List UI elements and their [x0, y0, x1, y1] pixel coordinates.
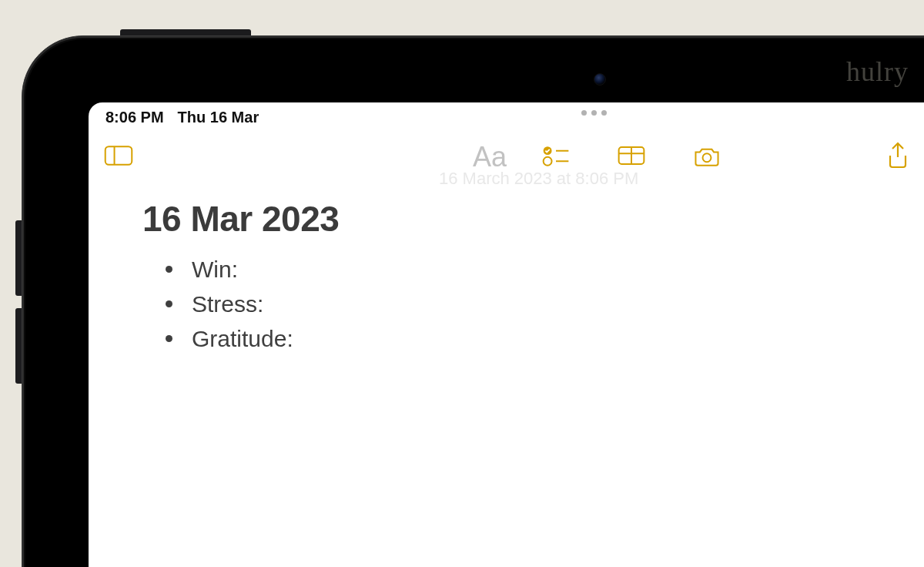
sidebar-icon [103, 140, 134, 174]
ipad-frame: 8:06 PM Thu 16 Mar 16 March 2023 at 8:06… [22, 35, 924, 567]
share-icon [882, 140, 913, 174]
status-bar: 8:06 PM Thu 16 Mar [89, 102, 924, 132]
device-volume-up-button [15, 220, 22, 296]
window-menu-dots[interactable] [581, 110, 607, 116]
toggle-sidebar-button[interactable] [98, 140, 139, 174]
front-camera [594, 73, 606, 86]
svg-point-9 [703, 153, 711, 162]
format-text-button[interactable]: Aa [469, 140, 511, 174]
list-item: Win: [166, 252, 900, 287]
watermark-text: hulry [846, 55, 909, 88]
note-body[interactable]: 16 Mar 2023 Win: Stress: Gratitude: [89, 183, 924, 356]
table-icon [616, 140, 647, 174]
insert-table-button[interactable] [611, 140, 652, 174]
notes-toolbar: Aa [89, 132, 924, 183]
screen: 8:06 PM Thu 16 Mar 16 March 2023 at 8:06… [89, 102, 924, 567]
checklist-button[interactable] [535, 140, 577, 174]
share-button[interactable] [877, 140, 919, 174]
insert-photo-button[interactable] [686, 140, 728, 174]
status-time: 8:06 PM [105, 109, 164, 126]
note-title: 16 Mar 2023 [142, 198, 900, 240]
list-item: Stress: [166, 287, 900, 321]
camera-icon [691, 140, 722, 174]
checklist-icon [541, 140, 571, 174]
list-item: Gratitude: [166, 321, 900, 356]
text-format-icon: Aa [473, 141, 507, 173]
device-top-button [120, 29, 251, 35]
svg-rect-0 [105, 146, 132, 165]
svg-point-4 [544, 157, 552, 166]
status-date: Thu 16 Mar [178, 109, 259, 126]
device-volume-down-button [15, 308, 22, 384]
note-bullet-list: Win: Stress: Gratitude: [142, 252, 900, 356]
